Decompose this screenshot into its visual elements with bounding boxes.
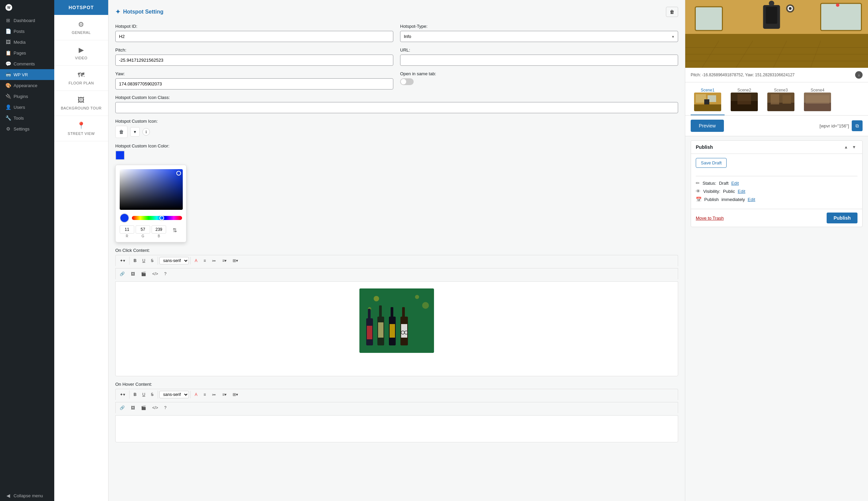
icon-picker-btn[interactable]: 🗑 (115, 126, 127, 138)
list-ol-btn[interactable]: ≔ (209, 257, 219, 265)
color-cursor (176, 171, 181, 175)
image-btn[interactable]: 🖼 (128, 270, 138, 278)
rgb-mode-toggle[interactable]: ⇅ (172, 225, 177, 235)
onhover-editor-content[interactable] (115, 415, 678, 443)
copy-shortcode-btn[interactable]: ⧉ (852, 120, 862, 131)
icon-selector: 🗑 ▼ ℹ (115, 126, 678, 138)
hotspot-nav-top-btn[interactable]: HOTSPOT (54, 0, 108, 15)
form-group-icon-color: Hotspot Custom Icon Color: (115, 143, 678, 242)
onhover-bold-btn[interactable]: B (131, 391, 139, 398)
sidebar-item-comments[interactable]: 💬 Comments (0, 58, 54, 69)
hotspot-nav-general[interactable]: ⚙ GENERAL (54, 15, 108, 40)
sidebar-item-tools[interactable]: 🔧 Tools (0, 113, 54, 124)
embed-btn[interactable]: 🎬 (138, 270, 149, 278)
scene-tab-2[interactable]: Scene2 (727, 86, 761, 115)
hotspot-nav-video[interactable]: ▶ VIDEO (54, 40, 108, 66)
sidebar-item-dashboard[interactable]: ⊞ Dashboard (0, 15, 54, 26)
hotspot-type-select[interactable]: Info URL Scene Video (400, 31, 678, 42)
help-btn[interactable]: ? (161, 270, 169, 278)
hotspot-nav-background-tour[interactable]: 🖼 BACKGROUND TOUR (54, 91, 108, 116)
scene-tab-4[interactable]: Scene4 (801, 86, 834, 115)
move-to-trash-link[interactable]: Move to Trash (696, 216, 723, 221)
pitch-input[interactable] (115, 55, 393, 66)
onhover-spellcheck-btn[interactable]: ✦▾ (117, 391, 128, 398)
plugins-icon: 🔌 (6, 94, 11, 99)
sidebar-item-wpvr[interactable]: 🥽 WP VR (0, 69, 54, 80)
onhover-editor-toolbar-2: 🔗 🖼 🎬 </> ? (115, 402, 678, 413)
onhover-code-btn[interactable]: </> (149, 404, 161, 412)
onhover-align-btn[interactable]: ≡▾ (219, 391, 229, 398)
sidebar-item-plugins[interactable]: 🔌 Plugins (0, 91, 54, 102)
sidebar-item-appearance[interactable]: 🎨 Appearance (0, 80, 54, 91)
onhover-image-btn[interactable]: 🖼 (128, 404, 138, 412)
pitch-info-download-btn[interactable]: ↓ (855, 71, 862, 79)
open-same-tab-label: Open in same tab: (400, 71, 678, 76)
icon-info-btn[interactable]: ℹ (142, 128, 150, 136)
publish-collapse-down-btn[interactable]: ▼ (851, 144, 857, 150)
link-btn[interactable]: 🔗 (117, 270, 127, 278)
font-family-select[interactable]: sans-serif (159, 257, 189, 264)
url-input[interactable] (400, 55, 678, 66)
onclick-editor-content[interactable] (115, 281, 678, 376)
icon-dropdown-btn[interactable]: ▼ (130, 127, 140, 137)
rgb-r-input[interactable] (120, 225, 134, 234)
svg-rect-55 (806, 95, 829, 104)
scene-tab-1[interactable]: Scene1 (691, 86, 724, 115)
onhover-list-ol-btn[interactable]: ≔ (209, 391, 219, 398)
hotspot-id-input[interactable] (115, 31, 393, 42)
code-btn[interactable]: </> (149, 270, 161, 278)
onhover-link-btn[interactable]: 🔗 (117, 404, 127, 412)
form-group-url: URL: (400, 47, 678, 66)
status-edit-link[interactable]: Edit (731, 181, 739, 186)
sidebar-item-posts[interactable]: 📄 Posts (0, 26, 54, 36)
table-btn[interactable]: ⊞▾ (230, 257, 241, 265)
sidebar-item-collapse[interactable]: ◀ Collapse menu (0, 490, 54, 501)
preview-btn[interactable]: Preview (691, 120, 724, 132)
onhover-embed-btn[interactable]: 🎬 (138, 404, 149, 412)
sidebar-item-pages[interactable]: 📋 Pages (0, 47, 54, 58)
sidebar-item-label: WP VR (13, 72, 28, 77)
strikethrough-btn[interactable]: S̶ (148, 257, 156, 265)
floorplan-nav-icon: 🗺 (78, 71, 85, 79)
onhover-list-btn[interactable]: ≡ (201, 391, 209, 398)
onhover-italic-btn[interactable]: U (140, 391, 148, 398)
color-hue-slider[interactable] (132, 216, 182, 220)
publish-collapse-up-btn[interactable]: ▲ (843, 144, 849, 150)
status-value: Draft (719, 181, 728, 186)
custom-icon-class-input[interactable] (115, 102, 678, 113)
onhover-table-btn[interactable]: ⊞▾ (230, 391, 241, 398)
sidebar-item-media[interactable]: 🖼 Media (0, 36, 54, 47)
onhover-text-color-btn[interactable]: A (192, 391, 200, 398)
onhover-font-select[interactable]: sans-serif (159, 391, 189, 398)
rgb-g-input[interactable] (136, 225, 150, 234)
visibility-icon: 👁 (696, 189, 700, 194)
scenes-tabs: Scene1 Scene2 (685, 82, 868, 116)
appearance-icon: 🎨 (6, 83, 11, 88)
publish-timing-edit-link[interactable]: Edit (748, 197, 755, 202)
visibility-edit-link[interactable]: Edit (738, 189, 745, 194)
spellcheck-btn[interactable]: ✦▾ (117, 257, 128, 265)
text-color-btn[interactable]: A (192, 257, 200, 265)
rgb-b-input[interactable] (151, 225, 166, 234)
save-draft-btn[interactable]: Save Draft (696, 158, 727, 168)
italic-btn[interactable]: U (140, 257, 148, 265)
hotspot-nav-floorplan[interactable]: 🗺 FLOOR PLAN (54, 66, 108, 91)
hotspot-nav-street-view[interactable]: 📍 STREET VIEW (54, 116, 108, 141)
sidebar-item-label: Users (13, 105, 25, 110)
delete-hotspot-btn[interactable]: 🗑 (666, 7, 678, 17)
onhover-strikethrough-btn[interactable]: S̶ (148, 391, 156, 398)
publish-submit-btn[interactable]: Publish (827, 213, 857, 223)
sidebar-item-label: Dashboard (13, 18, 35, 23)
status-label: Status: (702, 181, 716, 186)
bold-btn[interactable]: B (131, 257, 139, 265)
color-swatch-btn[interactable] (115, 150, 125, 160)
sidebar-item-settings[interactable]: ⚙ Settings (0, 124, 54, 134)
sidebar-item-users[interactable]: 👤 Users (0, 102, 54, 113)
list-ul-btn[interactable]: ≡ (201, 257, 209, 265)
yaw-input[interactable] (115, 78, 393, 89)
align-btn[interactable]: ≡▾ (219, 257, 229, 265)
open-same-tab-toggle[interactable] (400, 78, 414, 85)
onhover-help-btn[interactable]: ? (161, 404, 169, 412)
color-gradient[interactable] (120, 169, 183, 210)
scene-tab-3[interactable]: Scene3 (764, 86, 798, 115)
